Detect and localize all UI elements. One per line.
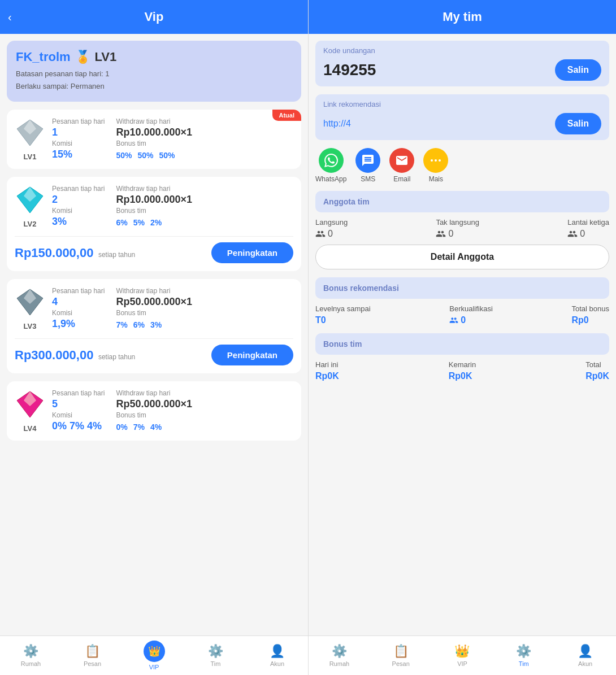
total-col: Total Rp0K bbox=[585, 360, 609, 381]
lv3-pesanan-col: Pesanan tiap hari 4 Komisi 1,9% bbox=[52, 287, 105, 330]
lv1-pesanan-val: 1 bbox=[52, 127, 105, 138]
share-whatsapp[interactable]: WhatsApp bbox=[315, 148, 346, 183]
link-label: Link rekomendasi bbox=[323, 100, 601, 108]
right-nav-tim[interactable]: ⚙️ Tim bbox=[493, 644, 554, 667]
right-nav-vip[interactable]: 👑 VIP bbox=[432, 644, 493, 667]
lv1-withdraw-val: Rp10.000.000×1 bbox=[116, 127, 192, 138]
total-label: Total bbox=[585, 360, 609, 369]
left-nav-akun-label: Akun bbox=[270, 660, 284, 667]
right-nav-vip-label: VIP bbox=[457, 660, 467, 667]
detail-anggota-label: Detail Anggota bbox=[431, 252, 494, 262]
lv4-withdraw-val: Rp50.000.000×1 bbox=[116, 398, 192, 410]
lv3-stats: Pesanan tiap hari 4 Komisi 1,9% Withdraw… bbox=[52, 287, 293, 330]
lv4-label: LV4 bbox=[24, 424, 37, 433]
atual-badge: Atual bbox=[272, 110, 302, 121]
lv1-komisi-val: 15% bbox=[52, 149, 105, 160]
user-medal-icon: 🏅 bbox=[75, 50, 90, 64]
right-panel: My tim Kode undangan 149255 Salin Link r… bbox=[308, 0, 616, 675]
link-row: http://4 Salin bbox=[323, 113, 601, 134]
lv4-komisi-label: Komisi bbox=[52, 411, 105, 419]
left-nav-pesan-label: Pesan bbox=[84, 660, 101, 667]
lv4-bonus-2: 7% bbox=[133, 423, 145, 432]
whatsapp-icon bbox=[319, 148, 344, 173]
left-nav-pesan-icon: 📋 bbox=[85, 644, 100, 659]
lv1-pesanan-label: Pesanan tiap hari bbox=[52, 117, 105, 125]
berkualifikasi-val: 0 bbox=[449, 315, 493, 325]
sms-icon bbox=[355, 148, 380, 173]
lv2-peningkatan-button[interactable]: Peningkatan bbox=[211, 242, 293, 263]
bonus-rekomendasi-label: Bonus rekomendasi bbox=[323, 284, 399, 293]
lv3-peningkatan-button[interactable]: Peningkatan bbox=[211, 345, 293, 365]
bonus-tim-label: Bonus tim bbox=[323, 339, 362, 349]
bonus-tim-grid: Hari ini Rp0K Kemarin Rp0K Total Rp0K bbox=[315, 360, 609, 381]
right-nav-pesan[interactable]: 📋 Pesan bbox=[370, 644, 432, 667]
lv3-diamond-icon bbox=[15, 287, 45, 317]
detail-anggota-button[interactable]: Detail Anggota bbox=[315, 245, 609, 269]
lv4-diamond-wrap: LV4 bbox=[15, 389, 45, 433]
total-val: Rp0K bbox=[585, 371, 609, 381]
user-name-row: FK_trolm 🏅 LV1 bbox=[16, 50, 292, 64]
share-email[interactable]: Email bbox=[389, 148, 414, 183]
levelnya-label: Levelnya sampai bbox=[315, 304, 371, 313]
left-nav-rumah[interactable]: ⚙️ Rumah bbox=[0, 644, 62, 667]
tak-langsung-count: 0 bbox=[436, 229, 453, 239]
lv3-diamond-wrap: LV3 bbox=[15, 287, 45, 330]
left-nav-tim[interactable]: ⚙️ Tim bbox=[185, 644, 246, 667]
left-nav-rumah-label: Rumah bbox=[21, 660, 41, 667]
lv2-bonus-2: 5% bbox=[133, 218, 145, 227]
svg-point-10 bbox=[439, 159, 441, 162]
lv3-pesanan-val: 4 bbox=[52, 296, 105, 308]
left-nav-vip-icon: 👑 bbox=[144, 641, 165, 662]
lv1-bonus-3: 50% bbox=[159, 151, 175, 160]
left-nav-vip[interactable]: 👑 VIP bbox=[123, 641, 185, 670]
left-nav-pesan[interactable]: 📋 Pesan bbox=[62, 644, 123, 667]
lv3-price-sub: setiap tahun bbox=[98, 353, 135, 361]
kode-value: 149255 bbox=[323, 61, 376, 79]
lv1-bonus-vals: 50% 50% 50% bbox=[116, 151, 192, 160]
berlaku-text: Berlaku sampai: Permanen bbox=[16, 80, 292, 93]
vip-card-lv2: LV2 Pesanan tiap hari 2 Komisi 3% Withdr… bbox=[7, 177, 301, 271]
email-label: Email bbox=[393, 175, 410, 183]
lv3-komisi-val: 1,9% bbox=[52, 318, 105, 330]
kemarin-label: Kemarin bbox=[449, 360, 476, 369]
lv2-bonus-vals: 6% 5% 2% bbox=[116, 218, 192, 227]
right-nav-rumah[interactable]: ⚙️ Rumah bbox=[309, 644, 370, 667]
tak-langsung-label: Tak langsung bbox=[436, 218, 479, 227]
lv3-inner: LV3 Pesanan tiap hari 4 Komisi 1,9% With… bbox=[15, 287, 293, 330]
kode-undangan-box: Kode undangan 149255 Salin bbox=[315, 41, 609, 86]
lv1-withdraw-label: Withdraw tiap hari bbox=[116, 117, 192, 125]
lv4-pesanan-label: Pesanan tiap hari bbox=[52, 389, 105, 397]
lv4-stats: Pesanan tiap hari 5 Komisi 0% 7% 4% With… bbox=[52, 389, 293, 432]
lv3-bonus-1: 7% bbox=[116, 320, 127, 329]
lv4-withdraw-col: Withdraw tiap hari Rp50.000.000×1 Bonus … bbox=[116, 389, 192, 432]
share-sms[interactable]: SMS bbox=[355, 148, 380, 183]
right-nav-akun[interactable]: 👤 Akun bbox=[554, 644, 616, 667]
total-bonus-val: Rp0 bbox=[572, 315, 610, 325]
username: FK_trolm bbox=[16, 50, 71, 64]
lv1-bonus-2: 50% bbox=[137, 151, 153, 160]
lv4-bonus-label: Bonus tim bbox=[116, 411, 192, 419]
lv2-pesanan-col: Pesanan tiap hari 2 Komisi 3% bbox=[52, 185, 105, 228]
lv2-withdraw-label: Withdraw tiap hari bbox=[116, 185, 192, 193]
lv2-bonus-3: 2% bbox=[150, 218, 162, 227]
lv2-withdraw-val: Rp10.000.000×1 bbox=[116, 194, 192, 206]
batasan-text: Batasan pesanan tiap hari: 1 bbox=[16, 68, 292, 80]
lv2-pesanan-label: Pesanan tiap hari bbox=[52, 185, 105, 193]
lv4-pesanan-col: Pesanan tiap hari 5 Komisi 0% 7% 4% bbox=[52, 389, 105, 432]
lv3-bonus-3: 3% bbox=[150, 320, 162, 329]
share-mais[interactable]: Mais bbox=[423, 148, 448, 183]
lv2-price-group: Rp150.000,00 setiap tahun bbox=[15, 246, 135, 260]
right-nav-rumah-label: Rumah bbox=[329, 660, 349, 667]
email-icon bbox=[389, 148, 414, 173]
user-info: Batasan pesanan tiap hari: 1 Berlaku sam… bbox=[16, 68, 292, 93]
lv2-diamond-icon bbox=[15, 185, 45, 215]
lv2-komisi-val: 3% bbox=[52, 216, 105, 228]
lv3-bonus-label: Bonus tim bbox=[116, 309, 192, 317]
left-nav-akun[interactable]: 👤 Akun bbox=[246, 644, 308, 667]
left-nav-vip-label: VIP bbox=[149, 664, 159, 670]
link-salin-button[interactable]: Salin bbox=[555, 113, 601, 134]
back-button[interactable]: ‹ bbox=[8, 11, 12, 24]
kode-salin-button[interactable]: Salin bbox=[555, 59, 601, 81]
lv2-pesanan-val: 2 bbox=[52, 194, 105, 206]
right-title: My tim bbox=[443, 10, 482, 24]
